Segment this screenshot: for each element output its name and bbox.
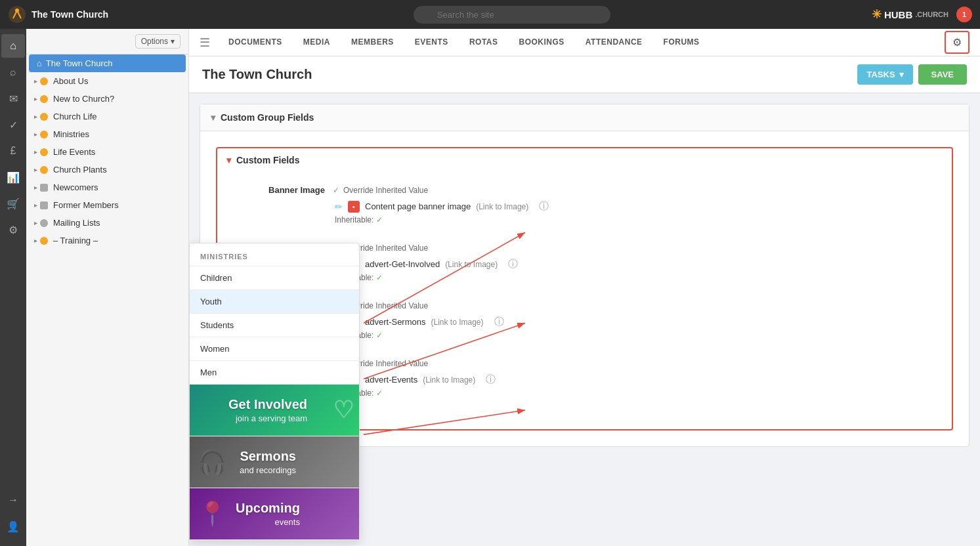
section-chevron: ▾ bbox=[211, 112, 215, 123]
save-button[interactable]: SAVE bbox=[918, 64, 967, 85]
sermons-banner: 🎧 Sermons and recordings bbox=[190, 436, 359, 488]
nav-icon-cart[interactable]: 🛒 bbox=[1, 192, 25, 215]
expand-arrow: ▸ bbox=[34, 219, 37, 226]
info-icon[interactable]: ⓘ bbox=[539, 200, 549, 213]
dropdown-item-students[interactable]: Students bbox=[190, 314, 359, 337]
inheritable-check: ✓ bbox=[376, 388, 383, 398]
info-icon[interactable]: ⓘ bbox=[494, 316, 504, 328]
inheritable-check: ✓ bbox=[376, 273, 383, 282]
events-banner: 📍 Upcoming events bbox=[190, 488, 359, 539]
icon-sidebar: ⌂ ⌕ ✉ ✓ £ 📊 🛒 ⚙ → 👤 bbox=[0, 29, 26, 546]
field-meta: (Link to Image) bbox=[423, 375, 475, 385]
search-area: ⌕ bbox=[152, 6, 872, 24]
page-title: The Town Church bbox=[202, 67, 312, 82]
tab-forums[interactable]: FORUMS bbox=[661, 30, 702, 56]
events-subtitle: events bbox=[275, 517, 300, 527]
tab-events[interactable]: EVENTS bbox=[412, 30, 451, 56]
expand-arrow: ▸ bbox=[34, 77, 37, 85]
tree-sidebar-header: Options ▾ bbox=[26, 29, 188, 54]
nav-icon-home[interactable]: ⌂ bbox=[1, 34, 25, 58]
field-value: advert-Sermons bbox=[365, 317, 425, 327]
field-meta: (Link to Image) bbox=[445, 260, 498, 269]
dropdown-image-events[interactable]: 📍 Upcoming events bbox=[190, 488, 359, 540]
settings-gear-button[interactable]: ⚙ bbox=[945, 31, 969, 54]
top-bar: The Town Church ⌕ ✳ HUBB .CHURCH 1 bbox=[0, 0, 980, 29]
dropdown-section-title: MINISTRIES bbox=[190, 243, 359, 266]
nav-icon-search[interactable]: ⌕ bbox=[1, 60, 25, 84]
tab-members[interactable]: MEMBERS bbox=[349, 30, 396, 56]
hubb-icon: ✳ bbox=[872, 7, 882, 22]
tab-attendance[interactable]: ATTENDANCE bbox=[583, 30, 645, 56]
section-title: Custom Group Fields bbox=[221, 112, 314, 123]
tab-rotas[interactable]: ROTAS bbox=[467, 30, 501, 56]
pages-icon[interactable]: ☰ bbox=[200, 35, 210, 50]
site-name: The Town Church bbox=[32, 9, 108, 20]
tasks-chevron: ▾ bbox=[899, 70, 904, 79]
tree-sidebar: Options ▾ ⌂ The Town Church ▸ About Us ▸… bbox=[26, 29, 189, 546]
nav-icon-user[interactable]: 👤 bbox=[1, 514, 25, 538]
item-label: Youth bbox=[200, 297, 222, 306]
notification-badge[interactable]: 1 bbox=[956, 7, 972, 22]
hubb-label: HUBB bbox=[884, 9, 912, 20]
dropdown-item-men[interactable]: Men bbox=[190, 361, 359, 385]
person-icon bbox=[40, 184, 48, 192]
get-involved-banner: ♡ Get Involved join a serving team bbox=[190, 385, 359, 436]
tree-item-town-church[interactable]: ⌂ The Town Church bbox=[29, 54, 186, 72]
page-header: The Town Church TASKS ▾ SAVE bbox=[189, 56, 980, 93]
field-value-row: ✏ ▪ Content page banner image (Link to I… bbox=[335, 200, 936, 213]
tab-documents[interactable]: DOCUMENTS bbox=[226, 30, 285, 56]
sermons-subtitle: and recordings bbox=[240, 465, 296, 475]
info-icon[interactable]: ⓘ bbox=[486, 373, 496, 386]
notification-count: 1 bbox=[962, 10, 966, 18]
dropdown-item-children[interactable]: Children bbox=[190, 266, 359, 290]
inheritable-check: ✓ bbox=[376, 331, 383, 340]
nav-icon-chart[interactable]: 📊 bbox=[1, 165, 25, 189]
edit-icon[interactable]: ✏ bbox=[335, 201, 343, 212]
tasks-button[interactable]: TASKS ▾ bbox=[857, 64, 912, 85]
tree-item-church-plants[interactable]: ▸ Church Plants bbox=[26, 161, 188, 178]
tasks-label: TASKS bbox=[866, 70, 895, 79]
dot-icon bbox=[40, 237, 48, 245]
tree-item-about-us[interactable]: ▸ About Us bbox=[26, 72, 188, 90]
custom-fields-title: Custom Fields bbox=[236, 155, 299, 165]
field-value: advert-Events bbox=[365, 375, 417, 385]
expand-arrow: ▸ bbox=[34, 184, 37, 191]
nav-icon-check[interactable]: ✓ bbox=[1, 113, 25, 136]
tree-item-church-life[interactable]: ▸ Church Life bbox=[26, 108, 188, 125]
expand-arrow: ▸ bbox=[34, 201, 37, 209]
section-header-custom-group-fields[interactable]: ▾ Custom Group Fields bbox=[200, 104, 969, 131]
sermons-content: Sermons and recordings bbox=[240, 449, 309, 475]
field-value-row: ✏ ▪ advert-Get-Involved (Link to Image) … bbox=[335, 258, 936, 270]
nav-icon-mail[interactable]: ✉ bbox=[1, 87, 25, 110]
tree-item-new-to-church[interactable]: ▸ New to Church? bbox=[26, 90, 188, 108]
tree-item-newcomers[interactable]: ▸ Newcomers bbox=[26, 178, 188, 196]
tree-item-label: Former Members bbox=[53, 200, 119, 210]
tree-item-former-members[interactable]: ▸ Former Members bbox=[26, 196, 188, 214]
dropdown-image-sermons[interactable]: 🎧 Sermons and recordings bbox=[190, 436, 359, 488]
search-input[interactable] bbox=[414, 6, 610, 24]
options-button[interactable]: Options ▾ bbox=[135, 34, 181, 49]
dropdown-item-women[interactable]: Women bbox=[190, 337, 359, 361]
nav-icon-arrow-right[interactable]: → bbox=[1, 488, 25, 512]
delete-button[interactable]: ▪ bbox=[348, 201, 360, 213]
tree-item-ministries[interactable]: ▸ Ministries bbox=[26, 125, 188, 143]
header-actions: TASKS ▾ SAVE bbox=[857, 64, 967, 85]
tab-media[interactable]: MEDIA bbox=[301, 30, 333, 56]
dropdown-item-youth[interactable]: Youth bbox=[190, 290, 359, 314]
tree-item-training[interactable]: ▸ – Training – bbox=[26, 232, 188, 249]
tab-bookings[interactable]: BOOKINGS bbox=[516, 30, 566, 56]
nav-icon-pound[interactable]: £ bbox=[1, 139, 25, 163]
main-content: ▾ Custom Group Fields ▾ Custom Fields bbox=[189, 93, 980, 546]
tree-item-life-events[interactable]: ▸ Life Events bbox=[26, 143, 188, 161]
field-row-banner-image: Banner Image ✓ Override Inherited Value … bbox=[233, 185, 936, 224]
person-icon bbox=[40, 201, 48, 209]
dot-icon bbox=[40, 131, 48, 138]
item-label: Children bbox=[200, 273, 232, 283]
nav-icon-gear[interactable]: ⚙ bbox=[1, 218, 25, 242]
info-icon[interactable]: ⓘ bbox=[508, 258, 518, 270]
custom-fields-header[interactable]: ▾ Custom Fields bbox=[217, 148, 952, 172]
tree-item-label: Ministries bbox=[53, 129, 89, 139]
dropdown-image-get-involved[interactable]: ♡ Get Involved join a serving team bbox=[190, 385, 359, 436]
site-logo: The Town Church bbox=[8, 5, 152, 24]
tree-item-mailing-lists[interactable]: ▸ Mailing Lists bbox=[26, 214, 188, 232]
